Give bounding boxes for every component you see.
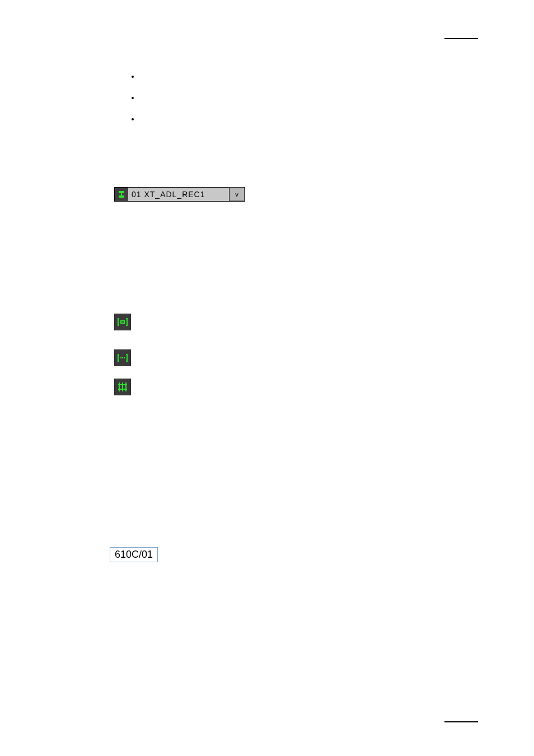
- svg-point-6: [124, 357, 125, 358]
- server-select-dropdown[interactable]: 01 XT_ADL_REC1 v: [114, 187, 245, 202]
- svg-point-4: [120, 357, 121, 358]
- dropdown-selected-label: 01 XT_ADL_REC1: [128, 188, 229, 201]
- svg-rect-1: [119, 195, 124, 198]
- svg-rect-0: [119, 191, 124, 193]
- bracket-dots-icon: [114, 349, 131, 366]
- clip-id-field[interactable]: 610C/01: [110, 547, 158, 562]
- status-ok-icon: [115, 188, 128, 201]
- svg-point-5: [122, 357, 123, 358]
- footer-rule: [444, 721, 478, 722]
- svg-rect-3: [121, 321, 124, 323]
- chevron-down-icon[interactable]: v: [229, 188, 245, 201]
- page: 01 XT_ADL_REC1 v 610C/01: [0, 0, 534, 756]
- grid-icon: [114, 379, 131, 395]
- svg-rect-2: [121, 193, 122, 195]
- bullet-list: [118, 69, 140, 133]
- bracket-h-icon: [114, 314, 131, 330]
- header-rule: [444, 38, 478, 39]
